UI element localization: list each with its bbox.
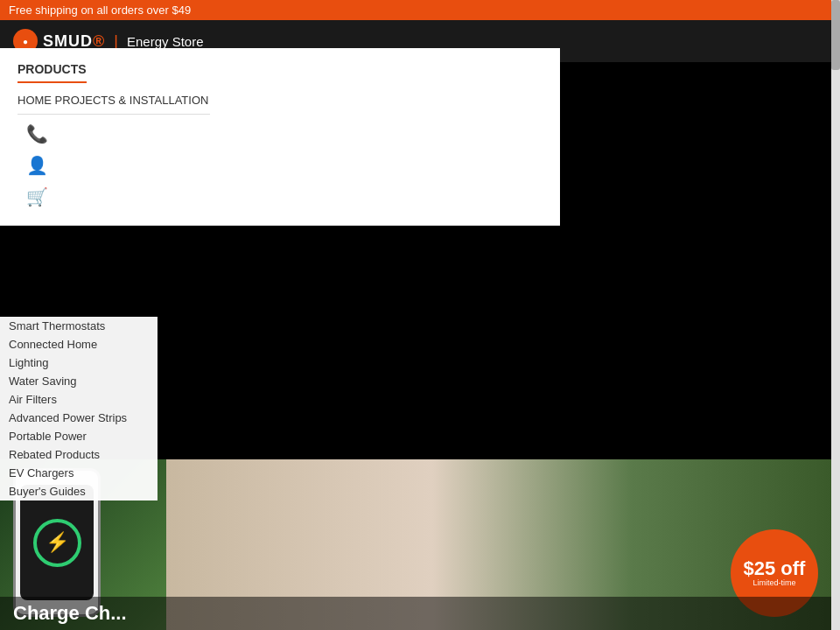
nav-item-advanced-power-strips[interactable]: Advanced Power Strips [0, 409, 158, 427]
nav-item-connected-home[interactable]: Connected Home [0, 335, 158, 354]
home-projects-menu-item[interactable]: HOME PROJECTS & INSTALLATION [18, 94, 210, 115]
cart-icon: 🛒 [26, 186, 48, 207]
nav-item-water-saving[interactable]: Water Saving [0, 372, 158, 390]
promo-limited-time: Limited-time [752, 578, 795, 588]
nav-item-smart-thermostats[interactable]: Smart Thermostats [0, 317, 158, 335]
scrollbar[interactable] [831, 0, 840, 630]
smud-dot: ● [23, 37, 28, 46]
hero-title-text: Charge [13, 602, 80, 624]
smud-superscript: ® [93, 32, 105, 50]
nav-item-portable-power[interactable]: Portable Power [0, 427, 158, 445]
free-shipping-banner: Free shipping on all orders over $49 [0, 0, 840, 20]
phone-icon-row[interactable]: 📞 [26, 123, 542, 144]
bolt-icon: ⚡ [46, 531, 69, 554]
user-icon-row[interactable]: 👤 [26, 155, 542, 176]
products-dropdown: PRODUCTS HOME PROJECTS & INSTALLATION 📞 … [0, 48, 560, 226]
nav-item-rebated-products[interactable]: Rebated Products [0, 445, 158, 464]
header-icons: 📞 👤 🛒 [18, 123, 542, 207]
scrollbar-thumb[interactable] [831, 0, 840, 70]
phone-screen: ⚡ [20, 485, 94, 599]
charging-indicator: ⚡ [33, 519, 81, 567]
user-icon: 👤 [26, 155, 48, 176]
promo-amount: $25 off [744, 559, 806, 578]
category-nav-list: Smart Thermostats Connected Home Lightin… [0, 317, 158, 500]
products-menu-label[interactable]: PRODUCTS [18, 62, 87, 83]
cart-icon-row[interactable]: 🛒 [26, 186, 542, 207]
nav-item-ev-chargers[interactable]: EV Chargers [0, 464, 158, 482]
energy-store-label: Energy Store [127, 34, 204, 49]
hero-title-continued: Ch... [85, 602, 127, 624]
smud-label: SMUD [43, 32, 93, 50]
phone-icon: 📞 [26, 123, 48, 144]
nav-item-air-filters[interactable]: Air Filters [0, 390, 158, 409]
banner-text: Free shipping on all orders over $49 [9, 4, 191, 17]
nav-item-lighting[interactable]: Lighting [0, 354, 158, 372]
nav-item-buyers-guides[interactable]: Buyer's Guides [0, 482, 158, 500]
hero-title: Charge Ch... [0, 597, 831, 630]
